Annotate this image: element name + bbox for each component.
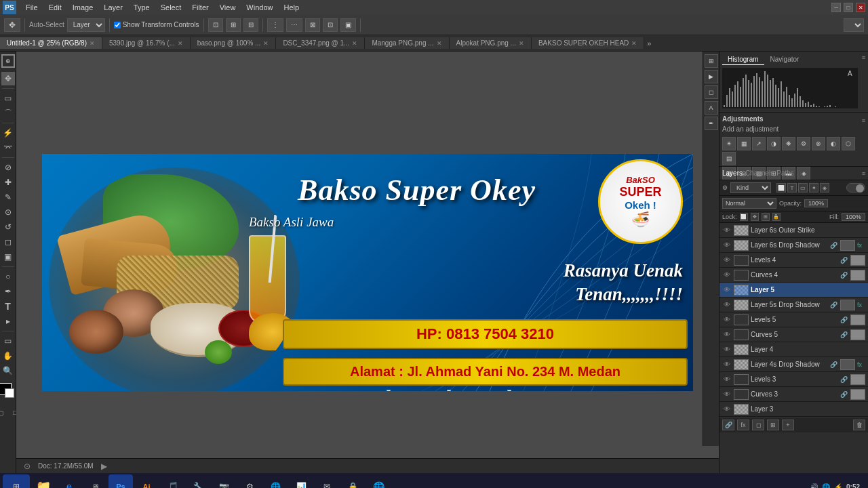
layer-item-9[interactable]: 👁 Layer 4s Drop Shadow 🔗 fx: [719, 357, 868, 372]
add-mask-btn[interactable]: ◻: [752, 420, 764, 430]
align-btn-2[interactable]: ⊞: [226, 18, 241, 32]
adj-bw[interactable]: ◐: [827, 137, 840, 150]
layer-item-3[interactable]: 👁 Curves 4 🔗: [719, 268, 868, 283]
nav-arrow-right[interactable]: ▶: [99, 461, 110, 472]
layer-item-4[interactable]: 👁 Layer 5: [719, 283, 868, 298]
paths-tab[interactable]: Paths: [776, 169, 794, 177]
lock-all[interactable]: 🔒: [772, 213, 781, 221]
shape-tool[interactable]: ▭: [1, 334, 15, 348]
blend-mode-select[interactable]: Normal: [722, 198, 776, 209]
layer-item-11[interactable]: 👁 Curves 3 🔗: [719, 387, 868, 402]
link-layers-btn[interactable]: 🔗: [722, 420, 734, 430]
marquee-tool[interactable]: ▭: [1, 92, 15, 105]
app-btn-2[interactable]: 📷: [212, 474, 236, 488]
histogram-tab[interactable]: Histogram: [722, 54, 764, 65]
canvas-area[interactable]: Bakso Super Okey Bakso Asli Jawa Rasanya…: [16, 52, 719, 473]
adj-vibrance[interactable]: ❋: [782, 137, 795, 150]
tab-6[interactable]: BAKSO SUPER OKEH HEAD ✕: [532, 37, 644, 49]
layer-eye-0[interactable]: 👁: [722, 226, 732, 235]
adj-exposure[interactable]: ◑: [767, 137, 781, 150]
layers-collapse[interactable]: ≡: [862, 170, 865, 177]
filter-text[interactable]: T: [787, 183, 797, 192]
tab-5[interactable]: Alpokat PNG.png ... ✕: [450, 37, 532, 49]
layer-eye-5[interactable]: 👁: [722, 300, 732, 310]
close-tab-3[interactable]: ✕: [352, 40, 357, 47]
move-tool-btn[interactable]: ✥: [4, 18, 20, 32]
filter-pixel[interactable]: ⬜: [776, 183, 786, 192]
menu-filter[interactable]: Filter: [186, 2, 214, 13]
tab-4[interactable]: Mangga PNG.png ... ✕: [365, 37, 449, 49]
opacity-input[interactable]: 100%: [804, 199, 828, 207]
layer-eye-3[interactable]: 👁: [722, 270, 732, 280]
tab-3[interactable]: DSC_3347.png @ 1... ✕: [276, 37, 365, 49]
app-btn-5[interactable]: 📊: [289, 474, 313, 488]
layer-eye-4[interactable]: 👁: [722, 285, 732, 295]
app-btn-1[interactable]: 🔧: [186, 474, 210, 488]
eyedropper-tool[interactable]: ⊘: [1, 161, 15, 174]
maximize-button[interactable]: □: [844, 3, 853, 12]
lock-pixel[interactable]: ⬜: [740, 213, 748, 221]
lasso-tool[interactable]: ⌒: [1, 106, 15, 120]
lock-artboard[interactable]: ⊞: [762, 213, 770, 221]
align-btn-3[interactable]: ⊟: [243, 18, 258, 32]
menu-select[interactable]: Select: [155, 2, 187, 13]
adj-hsl[interactable]: ⚙: [797, 137, 810, 150]
r-icon-5[interactable]: ✒: [705, 117, 718, 130]
dist-btn-1[interactable]: ⋮: [267, 18, 283, 32]
filter-shape[interactable]: ▭: [798, 183, 808, 192]
layer-item-5[interactable]: 👁 Layer 5s Drop Shadow 🔗 fx: [719, 298, 868, 312]
move-tool[interactable]: ✥: [1, 72, 15, 85]
layer-item-10[interactable]: 👁 Levels 3 🔗: [719, 372, 868, 387]
filter-smart[interactable]: ✦: [809, 183, 818, 192]
layer-item-6[interactable]: 👁 Levels 5 🔗: [719, 312, 868, 327]
close-tab-0[interactable]: ✕: [90, 40, 95, 47]
path-tool[interactable]: ▸: [1, 314, 15, 328]
new-group-btn[interactable]: ⊞: [767, 420, 779, 430]
r-icon-1[interactable]: ⊞: [705, 54, 718, 68]
menu-image[interactable]: Image: [67, 2, 99, 13]
layer-eye-2[interactable]: 👁: [722, 256, 732, 265]
close-tab-4[interactable]: ✕: [437, 40, 442, 47]
layer-item-2[interactable]: 👁 Levels 4 🔗: [719, 253, 868, 268]
dist-btn-4[interactable]: ⊡: [323, 18, 338, 32]
menu-help[interactable]: Help: [278, 2, 304, 13]
close-tab-5[interactable]: ✕: [519, 40, 524, 47]
layer-eye-8[interactable]: 👁: [722, 345, 732, 354]
crop-tool[interactable]: ⌤: [1, 141, 15, 155]
stamp-tool[interactable]: ⊙: [1, 205, 15, 219]
wand-tool[interactable]: ⚡: [1, 126, 15, 140]
tab-2[interactable]: baso.png @ 100% ... ✕: [191, 37, 277, 49]
adj-brightness[interactable]: ☀: [722, 137, 736, 150]
tab-overflow[interactable]: »: [644, 39, 654, 47]
menu-type[interactable]: Type: [128, 2, 155, 13]
fill-input[interactable]: 100%: [842, 213, 865, 221]
dist-btn-3[interactable]: ⊠: [305, 18, 320, 32]
nav-arrow-left[interactable]: ⊙: [22, 461, 33, 472]
adj-channel-mixer[interactable]: ▤: [722, 152, 736, 165]
r-icon-3[interactable]: ◻: [705, 85, 718, 99]
menu-file[interactable]: File: [20, 2, 43, 13]
align-btn-1[interactable]: ⊡: [208, 18, 223, 32]
tab-0[interactable]: Untitled-1 @ 25% (RGB/8) ✕: [0, 37, 102, 49]
dist-btn-2[interactable]: ⋯: [286, 18, 302, 32]
app-btn-4[interactable]: 🌐: [263, 474, 288, 488]
r-icon-4[interactable]: A: [705, 101, 718, 115]
close-tab-6[interactable]: ✕: [631, 40, 637, 47]
filter-color[interactable]: ◈: [820, 183, 829, 192]
layer-select[interactable]: Layer: [67, 18, 105, 32]
hand-tool[interactable]: ✋: [1, 349, 15, 363]
menu-edit[interactable]: Edit: [43, 2, 67, 13]
adj-color-balance[interactable]: ⊗: [812, 137, 825, 150]
app-btn-6[interactable]: ✉: [315, 474, 339, 488]
layer-item-12[interactable]: 👁 Layer 3: [719, 402, 868, 417]
menu-layer[interactable]: Layer: [98, 2, 128, 13]
layer-eye-10[interactable]: 👁: [722, 375, 732, 384]
brush-tool[interactable]: ✎: [1, 190, 15, 204]
kind-select[interactable]: Kind: [730, 182, 771, 193]
zoom-tool[interactable]: 🔍: [1, 364, 15, 378]
r-icon-2[interactable]: ▶: [705, 70, 718, 83]
layers-tab[interactable]: Layers: [722, 169, 743, 177]
new-layer-btn[interactable]: +: [782, 420, 794, 430]
minimize-button[interactable]: ─: [831, 3, 841, 12]
layer-eye-6[interactable]: 👁: [722, 315, 732, 325]
